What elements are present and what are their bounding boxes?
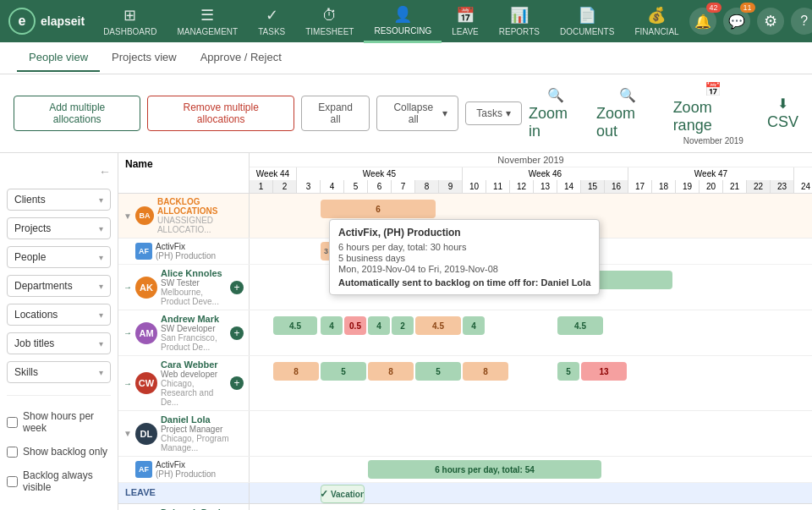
week-45: Week 45 bbox=[297, 167, 463, 180]
cara-bar-3[interactable]: 8 bbox=[368, 362, 414, 381]
leave-icon: 📅 bbox=[456, 6, 475, 25]
sidebar-toggle[interactable]: ← bbox=[7, 162, 111, 182]
clients-chevron-icon: ▾ bbox=[99, 195, 103, 205]
cara-bar-7[interactable]: 13 bbox=[581, 362, 627, 381]
nav-management[interactable]: ☰ MANAGEMENT bbox=[167, 1, 249, 41]
alice-add-button[interactable]: + bbox=[230, 281, 244, 294]
andrew-bar-2[interactable]: 4 bbox=[321, 316, 343, 335]
cara-bar-2[interactable]: 5 bbox=[321, 362, 366, 381]
gantt-scroll-wrapper[interactable]: Name November 2019 Week 44 Week 45 Week … bbox=[118, 153, 812, 510]
main-layout: ← Clients ▾ Projects ▾ People ▾ Departme… bbox=[0, 153, 812, 510]
day-7: 7 bbox=[392, 180, 415, 193]
activfix-sublabel: (PH) Production bbox=[156, 251, 216, 260]
locations-chevron-icon: ▾ bbox=[99, 310, 103, 320]
backlog-visible-input[interactable] bbox=[7, 476, 18, 487]
zoom-range-label: Zoom range bbox=[673, 99, 754, 134]
zoom-range-control[interactable]: 📅 Zoom range November 2019 bbox=[673, 81, 754, 145]
show-backlog-input[interactable] bbox=[7, 447, 18, 458]
day-19: 19 bbox=[676, 180, 700, 193]
cara-bar-1[interactable]: 8 bbox=[273, 362, 319, 381]
leave-section-label: LEAVE bbox=[125, 487, 156, 497]
settings-icon[interactable]: ⚙ bbox=[757, 8, 784, 35]
nav-timesheet[interactable]: ⏱ TIMESHEET bbox=[295, 2, 364, 41]
day-10: 10 bbox=[463, 180, 486, 193]
nav-dashboard[interactable]: ⊞ DASHBOARD bbox=[93, 1, 167, 41]
alice-role: SW Tester bbox=[161, 278, 227, 288]
show-backlog-checkbox[interactable]: Show backlog only bbox=[7, 443, 111, 460]
nav-documents[interactable]: 📄 DOCUMENTS bbox=[550, 1, 624, 41]
filter-projects[interactable]: Projects ▾ bbox=[7, 217, 111, 239]
day-9: 9 bbox=[439, 180, 463, 193]
filter-clients-label: Clients bbox=[14, 194, 46, 206]
zoom-out-icon: 🔍 bbox=[619, 87, 636, 103]
nav-financial[interactable]: 💰 FINANCIAL bbox=[624, 1, 689, 41]
day-8: 8 bbox=[415, 180, 439, 193]
andrew-location: San Francisco, Product De... bbox=[161, 333, 227, 352]
show-hours-input[interactable] bbox=[7, 417, 18, 428]
logo[interactable]: e elapseit bbox=[8, 8, 85, 35]
csv-label: CSV bbox=[767, 113, 798, 131]
cara-avatar: CW bbox=[135, 372, 157, 394]
andrew-bar-6[interactable]: 4.5 bbox=[415, 316, 461, 335]
show-hours-checkbox[interactable]: Show hours per week bbox=[7, 408, 111, 436]
help-icon[interactable]: ? bbox=[791, 8, 812, 35]
cara-bar-4[interactable]: 5 bbox=[415, 362, 461, 381]
nav-reports[interactable]: 📊 REPORTS bbox=[489, 1, 550, 41]
zoom-out-control[interactable]: 🔍 Zoom out bbox=[596, 87, 660, 140]
andrew-bar-5[interactable]: 2 bbox=[392, 316, 414, 335]
csv-control[interactable]: ⬇ CSV bbox=[767, 96, 798, 131]
daniel-avatar: DL bbox=[135, 423, 157, 445]
deborah-row: → DD Deborah Davis Technical Lead Melbou… bbox=[118, 504, 812, 510]
notification-badge-1[interactable]: 🔔 42 bbox=[689, 8, 716, 35]
andrew-bar-1[interactable]: 4.5 bbox=[273, 316, 317, 335]
zoom-in-control[interactable]: 🔍 Zoom in bbox=[529, 87, 583, 140]
activfix-text: ActivFix (PH) Production bbox=[156, 242, 216, 260]
cara-add-button[interactable]: + bbox=[230, 376, 244, 390]
vacation-bar[interactable]: ✓ Vacation bbox=[321, 485, 365, 503]
backlog-visible-checkbox[interactable]: Backlog always visible bbox=[7, 467, 111, 496]
filter-clients[interactable]: Clients ▾ bbox=[7, 189, 111, 211]
daniel-activfix-logo: AF bbox=[135, 461, 152, 478]
tab-approve[interactable]: Approve / Reject bbox=[189, 44, 294, 72]
backlog-subtitle: UNASSIGNED ALLOCATIO... bbox=[157, 216, 244, 234]
day-21: 21 bbox=[723, 180, 747, 193]
nav-tasks[interactable]: ✓ TASKS bbox=[248, 1, 295, 41]
backlog-avatar: BA bbox=[135, 206, 154, 225]
cara-left: → CW Cara Webber Web developer Chicago, … bbox=[118, 356, 250, 410]
backlog-bar[interactable]: 6 bbox=[321, 200, 436, 218]
nav-resourcing[interactable]: 👤 RESOURCING bbox=[364, 0, 442, 43]
cara-bar-6[interactable]: 5 bbox=[557, 362, 579, 381]
filter-skills[interactable]: Skills ▾ bbox=[7, 361, 111, 383]
andrew-bar-7[interactable]: 4 bbox=[463, 316, 485, 335]
badge-count-2: 11 bbox=[740, 3, 755, 13]
cara-text: Cara Webber Web developer Chicago, Resea… bbox=[161, 359, 227, 407]
andrew-bar-8[interactable]: 4.5 bbox=[557, 316, 603, 335]
daniel-activfix-bar[interactable]: 6 hours per day, total: 54 bbox=[368, 460, 601, 479]
day-15: 15 bbox=[581, 180, 605, 193]
andrew-bar-4[interactable]: 4 bbox=[368, 316, 390, 335]
add-multiple-button[interactable]: Add multiple allocations bbox=[14, 96, 140, 131]
tab-people[interactable]: People view bbox=[17, 44, 100, 72]
filter-locations[interactable]: Locations ▾ bbox=[7, 304, 111, 326]
collapse-all-button[interactable]: Collapse all ▾ bbox=[376, 96, 458, 131]
andrew-bar-3[interactable]: 0.5 bbox=[344, 316, 366, 335]
gantt-date-header: November 2019 Week 44 Week 45 Week 46 We… bbox=[250, 153, 812, 193]
filter-job-titles[interactable]: Job titles ▾ bbox=[7, 332, 111, 354]
cara-bar-5[interactable]: 8 bbox=[463, 362, 508, 381]
daniel-activfix-text: ActivFix (PH) Production bbox=[156, 460, 216, 479]
filter-departments[interactable]: Departments ▾ bbox=[7, 275, 111, 297]
backlog-visible-label: Backlog always visible bbox=[23, 469, 111, 493]
nav-leave[interactable]: 📅 LEAVE bbox=[442, 1, 489, 41]
alice-name: Alice Knnoles bbox=[161, 268, 227, 278]
notification-badge-2[interactable]: 💬 11 bbox=[723, 8, 750, 35]
filter-people[interactable]: People ▾ bbox=[7, 246, 111, 268]
zoom-out-label: Zoom out bbox=[596, 105, 660, 140]
allocation-tooltip: ActivFix, (PH) Production 6 hours per da… bbox=[329, 219, 600, 295]
remove-multiple-button[interactable]: Remove multiple allocations bbox=[147, 96, 294, 131]
andrew-add-button[interactable]: + bbox=[230, 326, 244, 340]
alice-avatar: AK bbox=[135, 277, 157, 299]
week-44: Week 44 bbox=[250, 167, 297, 180]
tasks-button[interactable]: Tasks ▾ bbox=[465, 101, 522, 125]
tab-projects[interactable]: Projects view bbox=[100, 44, 189, 72]
expand-all-button[interactable]: Expand all bbox=[301, 96, 370, 131]
